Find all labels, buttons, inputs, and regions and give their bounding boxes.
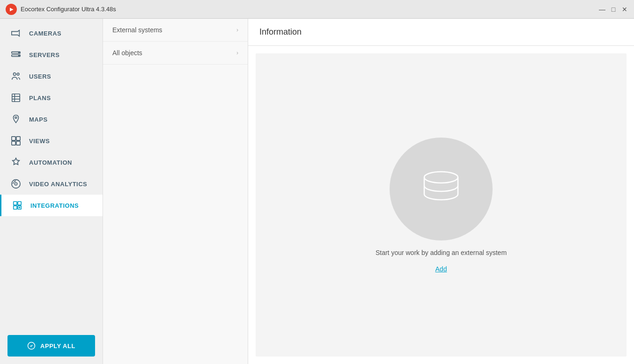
sidebar-item-users[interactable]: USERS xyxy=(0,66,103,87)
sidebar: CAMERAS SERVERS xyxy=(0,19,103,364)
integrations-icon xyxy=(11,200,24,211)
servers-icon xyxy=(9,50,22,60)
database-icon xyxy=(418,168,464,210)
add-link[interactable]: Add xyxy=(435,265,447,273)
cameras-label: CAMERAS xyxy=(29,30,61,37)
users-label: USERS xyxy=(29,73,51,80)
cameras-icon xyxy=(9,28,22,38)
apply-all-label: APPLY ALL xyxy=(40,342,75,349)
automation-icon xyxy=(9,157,22,167)
svg-point-4 xyxy=(14,73,16,76)
titlebar-left: Eocortex Configurator Ultra 4.3.48s xyxy=(6,4,116,15)
app-title: Eocortex Configurator Ultra 4.3.48s xyxy=(21,6,116,13)
svg-point-10 xyxy=(15,117,17,119)
views-icon xyxy=(9,136,22,146)
svg-rect-11 xyxy=(12,137,15,140)
page-title: Information xyxy=(259,27,623,37)
views-label: VIEWS xyxy=(29,138,50,145)
sidebar-item-maps[interactable]: MAPS xyxy=(0,109,103,130)
video-analytics-label: VIDEO ANALYTICS xyxy=(29,181,87,188)
svg-rect-16 xyxy=(14,202,17,205)
svg-rect-18 xyxy=(14,206,17,209)
video-analytics-icon xyxy=(9,179,22,189)
empty-state-message: Start your work by adding an external sy… xyxy=(376,248,507,258)
main-content: Information Start your work by adding an… xyxy=(248,19,634,364)
sidebar-item-cameras[interactable]: CAMERAS xyxy=(0,22,103,44)
maps-label: MAPS xyxy=(29,116,48,123)
menu-item-all-objects[interactable]: All objects › xyxy=(103,42,248,65)
titlebar: Eocortex Configurator Ultra 4.3.48s — □ … xyxy=(0,0,634,19)
middle-panel: External systems › All objects › xyxy=(103,19,248,364)
external-systems-chevron-icon: › xyxy=(236,27,238,33)
svg-rect-12 xyxy=(16,137,20,140)
sidebar-item-servers[interactable]: SERVERS xyxy=(0,44,103,66)
svg-rect-13 xyxy=(12,141,15,145)
close-button[interactable]: ✕ xyxy=(621,6,628,13)
sidebar-item-integrations[interactable]: INTEGRATIONS xyxy=(0,195,103,216)
svg-rect-14 xyxy=(16,141,20,145)
svg-point-2 xyxy=(19,52,20,53)
integrations-label: INTEGRATIONS xyxy=(30,202,79,209)
sidebar-item-views[interactable]: VIEWS xyxy=(0,130,103,152)
external-systems-label: External systems xyxy=(112,26,162,34)
apply-all-button[interactable]: APPLY ALL xyxy=(7,335,95,357)
all-objects-label: All objects xyxy=(112,49,142,57)
sidebar-footer: APPLY ALL xyxy=(0,328,103,364)
svg-point-15 xyxy=(15,182,17,185)
sidebar-item-video-analytics[interactable]: VIDEO ANALYTICS xyxy=(0,173,103,195)
all-objects-chevron-icon: › xyxy=(236,50,238,56)
maps-icon xyxy=(9,114,22,124)
automation-label: AUTOMATION xyxy=(29,159,72,166)
apply-all-icon xyxy=(27,342,36,350)
sidebar-item-plans[interactable]: PLANS xyxy=(0,87,103,109)
menu-item-external-systems[interactable]: External systems › xyxy=(103,19,248,42)
window-controls: — □ ✕ xyxy=(598,6,628,13)
svg-point-20 xyxy=(19,207,20,208)
content-header: Information xyxy=(248,19,634,46)
plans-icon xyxy=(9,93,22,103)
svg-point-3 xyxy=(19,55,20,56)
sidebar-item-automation[interactable]: AUTOMATION xyxy=(0,152,103,173)
content-area: Start your work by adding an external sy… xyxy=(256,53,627,357)
servers-label: SERVERS xyxy=(29,51,59,58)
minimize-button[interactable]: — xyxy=(598,6,606,13)
svg-rect-17 xyxy=(18,202,21,205)
app-body: CAMERAS SERVERS xyxy=(0,19,634,364)
users-icon xyxy=(9,71,22,81)
svg-rect-6 xyxy=(12,94,20,102)
sidebar-nav: CAMERAS SERVERS xyxy=(0,19,103,328)
empty-state: Start your work by adding an external sy… xyxy=(376,138,507,273)
svg-point-5 xyxy=(17,73,19,75)
empty-state-illustration xyxy=(390,138,493,240)
svg-point-22 xyxy=(424,172,458,183)
maximize-button[interactable]: □ xyxy=(610,6,617,13)
app-logo xyxy=(6,4,17,15)
plans-label: PLANS xyxy=(29,95,51,102)
